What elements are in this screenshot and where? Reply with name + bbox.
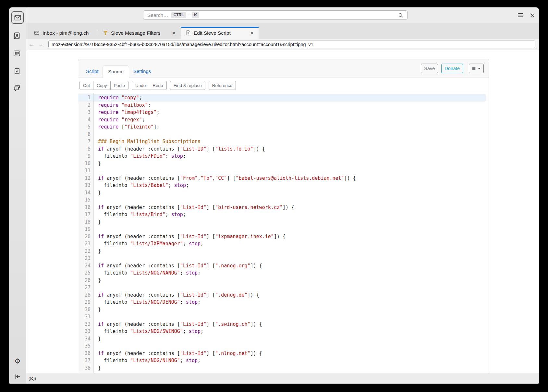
sidebar-item-calendar[interactable]	[11, 48, 22, 59]
code-line[interactable]: 4require "regex";	[78, 116, 486, 124]
code-line[interactable]: 12if anyof (header :contains ["From","To…	[78, 175, 486, 182]
code-line[interactable]: 22}	[78, 248, 486, 255]
line-number: 34	[78, 335, 93, 343]
document-icon	[186, 30, 191, 36]
code-line[interactable]: 18}	[78, 218, 486, 226]
window-close-button[interactable]	[530, 13, 535, 18]
line-number: 10	[78, 160, 93, 167]
code-line[interactable]: 30}	[78, 306, 486, 313]
nav-forward-button[interactable]: →	[36, 41, 46, 48]
gutter-divider	[93, 93, 94, 373]
code-line[interactable]: 8if anyof (header :contains ["List-ID"] …	[78, 145, 486, 153]
tab-inbox-pim-ipng-ch[interactable]: Inbox - pim@ipng.ch	[29, 27, 98, 39]
toolbar-button-group: Find & replace	[170, 81, 205, 90]
code-line[interactable]: 6	[78, 131, 486, 138]
tab-script[interactable]: Script	[82, 65, 103, 78]
code-line[interactable]: 32if anyof (header :contains ["List-Id"]…	[78, 321, 486, 328]
reference-button[interactable]: Reference	[209, 81, 236, 90]
code-line[interactable]: 9 fileinto "Lists/FDio"; stop;	[78, 153, 486, 160]
code-line[interactable]: 13 fileinto "Lists/Babel"; stop;	[78, 182, 486, 189]
nav-back-button[interactable]: ←	[26, 41, 36, 48]
sidebar-item-tasks[interactable]	[11, 65, 22, 76]
code-line[interactable]: 27	[78, 284, 486, 291]
code-line[interactable]: 24if anyof (header :contains ["List-Id"]…	[78, 262, 486, 270]
code-line[interactable]: 3require "imap4flags";	[78, 109, 486, 116]
code-line[interactable]: 21 fileinto "Lists/IXPManager"; stop;	[78, 240, 486, 248]
find-replace-button[interactable]: Find & replace	[170, 81, 205, 90]
code-line[interactable]: 38}	[78, 364, 486, 372]
search-input[interactable]: Search… CTRL + K	[143, 10, 408, 20]
code-line[interactable]: 14}	[78, 189, 486, 197]
code-line[interactable]: 36if anyof (header :contains ["List-Id"]…	[78, 350, 486, 357]
code-line[interactable]: 5require ["fileinto"];	[78, 123, 486, 131]
line-number: 3	[78, 109, 93, 116]
code-line[interactable]: 35	[78, 342, 486, 350]
redo-button[interactable]: Redo	[149, 81, 166, 90]
code-line[interactable]: 19	[78, 226, 486, 233]
code-line[interactable]: 10}	[78, 160, 486, 167]
sidebar-item-address-book[interactable]	[11, 30, 22, 41]
code-line[interactable]: 11	[78, 167, 486, 175]
line-number: 7	[78, 138, 93, 145]
code-line[interactable]: 17 fileinto "Lists/Bird"; stop;	[78, 211, 486, 218]
code-line[interactable]: 29 fileinto "Lists/NOG/DENOG"; stop;	[78, 299, 486, 306]
code-line[interactable]: 26}	[78, 277, 486, 284]
sidebar-item-mail[interactable]	[11, 11, 24, 24]
code-line[interactable]: 20if anyof (header :contains ["List-Id"]…	[78, 233, 486, 240]
calendar-icon	[13, 49, 21, 57]
code-line[interactable]: 34}	[78, 335, 486, 343]
url-input[interactable]	[48, 41, 535, 48]
code-line[interactable]: 39	[78, 372, 486, 373]
code-editor[interactable]: 1require "copy";2require "mailbox";3requ…	[78, 93, 489, 373]
code-text: fileinto "Lists/IXPManager"; stop;	[93, 240, 203, 248]
line-number: 21	[78, 240, 93, 248]
line-number: 36	[78, 350, 93, 357]
code-line[interactable]: 25 fileinto "Lists/NOG/NANOG"; stop;	[78, 269, 486, 277]
code-text: }	[93, 277, 101, 284]
code-text: }	[93, 160, 101, 167]
tab-settings[interactable]: Settings	[129, 65, 155, 78]
line-number: 17	[78, 211, 93, 218]
line-number: 2	[78, 102, 93, 109]
cut-button[interactable]: Cut	[79, 81, 93, 90]
save-button[interactable]: Save	[421, 64, 438, 73]
sidebar-item-chat[interactable]	[11, 83, 22, 94]
tab-source[interactable]: Source	[103, 65, 129, 78]
app-menu-button[interactable]	[518, 13, 523, 17]
code-line[interactable]: 23	[78, 255, 486, 262]
undo-button[interactable]: Undo	[132, 81, 149, 90]
code-line[interactable]: 31	[78, 313, 486, 321]
donate-button[interactable]: Donate	[441, 64, 463, 73]
plus-sign: +	[188, 13, 190, 18]
line-number: 11	[78, 167, 93, 175]
line-number: 1	[78, 94, 93, 102]
content-area: ScriptSourceSettings Save Donate CutCopy…	[26, 50, 539, 373]
code-line[interactable]: 7### Begin Mailinglist Subscriptions	[78, 138, 486, 145]
code-line[interactable]: 16if anyof (header :contains ["List-Id"]…	[78, 204, 486, 211]
tab-sieve-message-filters[interactable]: Sieve Message Filters×	[98, 27, 181, 39]
editor-menu-button[interactable]	[469, 64, 484, 73]
online-status-icon[interactable]: ((o))	[29, 376, 36, 381]
tab-label: Inbox - pim@ipng.ch	[43, 30, 89, 36]
code-line[interactable]: 2require "mailbox";	[78, 102, 486, 109]
code-line[interactable]: 33 fileinto "Lists/NOG/SWINOG"; stop;	[78, 328, 486, 335]
search-placeholder: Search…	[147, 12, 168, 18]
collapse-spaces-button[interactable]	[15, 374, 21, 379]
code-line[interactable]: 28if anyof (header :contains ["List-Id"]…	[78, 291, 486, 299]
tab-close-icon[interactable]: ×	[166, 31, 176, 36]
paste-button[interactable]: Paste	[110, 81, 129, 90]
tab-close-icon[interactable]: ×	[244, 31, 253, 36]
hamburger-menu-icon	[472, 67, 476, 70]
search-icon	[398, 13, 403, 18]
line-number: 8	[78, 145, 93, 153]
line-number: 14	[78, 189, 93, 197]
code-line[interactable]: 15	[78, 196, 486, 204]
line-number: 32	[78, 321, 93, 328]
code-line[interactable]: 1require "copy";	[78, 94, 486, 102]
code-text	[93, 167, 98, 175]
tab-edit-sieve-script[interactable]: Edit Sieve Script×	[181, 27, 259, 39]
copy-button[interactable]: Copy	[93, 81, 111, 90]
settings-gear-button[interactable]: ⚙	[15, 358, 21, 364]
code-line[interactable]: 37 fileinto "Lists/NOG/NLNOG"; stop;	[78, 357, 486, 364]
code-text: if anyof (header :contains ["List-Id"] […	[93, 321, 262, 328]
